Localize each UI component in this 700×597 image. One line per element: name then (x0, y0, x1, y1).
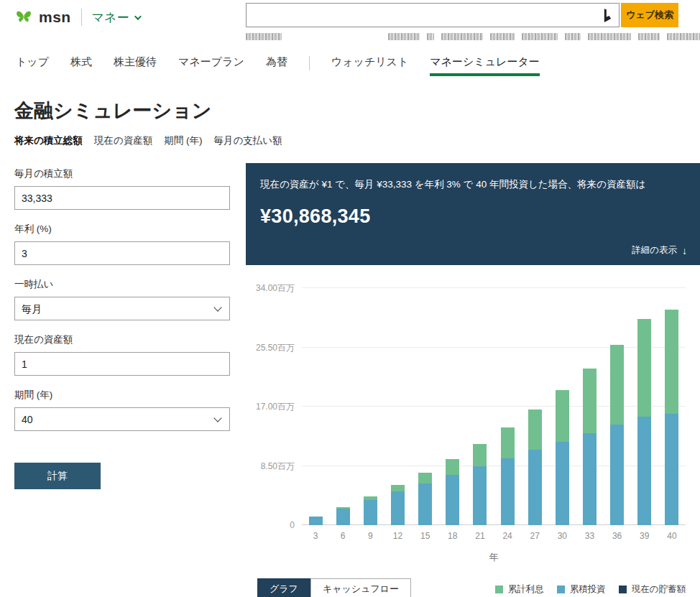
current-assets-input[interactable] (14, 352, 230, 376)
plot-area (302, 288, 686, 525)
x-tick-label: 3 (302, 531, 329, 541)
bing-icon (599, 9, 619, 22)
subtab-future-total[interactable]: 将来の積立総額 (14, 134, 83, 147)
calculate-button[interactable]: 計算 (14, 463, 101, 489)
redacted-text (667, 33, 700, 40)
y-tick-label: 8.50百万 (261, 460, 295, 472)
nav-item-stocks[interactable]: 株式 (70, 55, 92, 76)
summary-sentence: 現在の資産が ¥1 で、毎月 ¥33,333 を年利 3% で 40 年間投資し… (260, 177, 686, 193)
results-panel: 現在の資産が ¥1 で、毎月 ¥33,333 を年利 3% で 40 年間投資し… (246, 163, 700, 597)
annual-rate-input[interactable] (14, 241, 230, 265)
y-tick-label: 0 (290, 520, 295, 530)
brand-divider (81, 9, 82, 26)
nav-item-money-plan[interactable]: マネープラン (178, 55, 244, 76)
msn-logo-icon[interactable] (14, 8, 33, 27)
brand: msn マネー (14, 3, 246, 30)
stacked-bar (364, 288, 377, 525)
msn-logo-text[interactable]: msn (39, 9, 71, 26)
stacked-bar (336, 288, 350, 525)
legend-label: 累計利息 (508, 583, 544, 596)
bar-segment-2 (583, 369, 597, 433)
bar-year-30 (548, 288, 576, 525)
monthly-contribution-input[interactable] (14, 186, 230, 210)
redacted-text (522, 33, 558, 40)
redacted-text (490, 33, 515, 40)
summary-panel: 現在の資産が ¥1 で、毎月 ¥33,333 を年利 3% で 40 年間投資し… (246, 163, 700, 265)
subtab-current-assets[interactable]: 現在の資産額 (94, 134, 152, 147)
bar-segment-1 (556, 442, 569, 525)
bar-segment-1 (583, 433, 597, 525)
payment-frequency-select[interactable]: 毎月 (14, 297, 230, 320)
field-current-assets: 現在の資産額 (14, 333, 230, 376)
simulation-type-tabs: 将来の積立総額 現在の資産額 期間 (年) 毎月の支払い額 (14, 134, 700, 147)
legend-swatch-current-savings (619, 586, 627, 593)
field-label: 一時払い (14, 278, 230, 291)
chart: 34.00百万25.50百万17.00百万8.50百万0 36912151821… (246, 265, 700, 564)
stacked-bar (665, 288, 678, 525)
stacked-bar (610, 288, 624, 525)
period-select[interactable]: 40 (14, 407, 230, 431)
stacked-bar (556, 288, 569, 525)
nav-item-watchlist[interactable]: ウォッチリスト (331, 55, 408, 76)
x-tick-label: 18 (439, 531, 466, 541)
bar-year-27 (521, 288, 548, 525)
tab-cashflow[interactable]: キャッシュフロー (310, 578, 411, 597)
x-tick-label: 39 (631, 531, 658, 541)
redacted-text (246, 33, 282, 40)
subtab-period[interactable]: 期間 (年) (164, 134, 202, 147)
msn-money-page: msn マネー ウェブ検索 (0, 0, 700, 597)
stacked-bar (501, 288, 515, 525)
nav-item-shareholder-benefits[interactable]: 株主優待 (114, 55, 157, 76)
search-input[interactable] (247, 4, 599, 27)
chart-legend: 累計利息 累積投資 現在の貯蓄額 (495, 583, 686, 596)
search-area: ウェブ検索 (246, 3, 700, 43)
bar-segment-2 (391, 485, 405, 491)
show-details-link[interactable]: 詳細の表示 ↓ (632, 244, 687, 256)
chart-footer: グラフ キャッシュフロー 累計利息 累積投資 (257, 578, 686, 597)
chart-view-toggle: グラフ キャッシュフロー (257, 578, 411, 597)
stacked-bar (309, 288, 323, 525)
redacted-text (388, 33, 420, 40)
legend-swatch-interest (495, 586, 503, 593)
x-tick-label: 33 (576, 531, 603, 541)
y-axis-labels: 34.00百万25.50百万17.00百万8.50百万0 (246, 288, 302, 525)
stacked-bar (446, 288, 459, 525)
bar-segment-1 (501, 458, 515, 525)
field-period-years: 期間 (年) 40 (14, 389, 230, 431)
x-tick-label: 40 (658, 531, 686, 541)
bar-segment-1 (418, 483, 432, 525)
legend-swatch-invested (557, 586, 565, 593)
bar-segment-2 (473, 444, 487, 467)
web-search-button[interactable]: ウェブ検索 (621, 3, 678, 27)
bar-segment-1 (610, 425, 624, 525)
period-select-wrap: 40 (14, 407, 230, 431)
vertical-title-money[interactable]: マネー (92, 9, 140, 26)
bar-segment-2 (610, 345, 624, 425)
bar-segment-1 (364, 500, 377, 525)
x-tick-label: 36 (604, 531, 631, 541)
tab-graph[interactable]: グラフ (257, 578, 310, 597)
x-axis-title: 年 (302, 551, 686, 564)
y-tick-label: 34.00百万 (256, 282, 295, 295)
bar-segment-1 (446, 475, 459, 525)
y-tick-label: 25.50百万 (256, 341, 295, 353)
legend-item-interest: 累計利息 (495, 583, 544, 596)
stacked-bar (418, 288, 432, 525)
content: 毎月の積立額 年利 (%) 一時払い 毎月 現在の資産額 (0, 163, 700, 597)
stacked-bar (473, 288, 487, 525)
bar-year-33 (576, 288, 603, 525)
nav-item-money-simulator[interactable]: マネーシミュレーター (430, 55, 539, 76)
x-axis-labels: 3691215182124273033363940 (302, 531, 686, 541)
bar-year-36 (604, 288, 631, 525)
page-title: 金融シミュレーション (14, 98, 700, 124)
subtab-monthly-payment[interactable]: 毎月の支払い額 (213, 134, 282, 147)
x-tick-label: 6 (329, 531, 356, 541)
header: msn マネー ウェブ検索 (0, 0, 700, 43)
nav-item-exchange[interactable]: 為替 (266, 55, 287, 76)
bar-segment-2 (665, 310, 678, 413)
input-form: 毎月の積立額 年利 (%) 一時払い 毎月 現在の資産額 (0, 163, 246, 597)
nav-item-top[interactable]: トップ (16, 55, 49, 76)
legend-label: 累積投資 (570, 583, 606, 596)
redacted-text (588, 33, 631, 40)
field-label: 現在の資産額 (14, 333, 230, 346)
